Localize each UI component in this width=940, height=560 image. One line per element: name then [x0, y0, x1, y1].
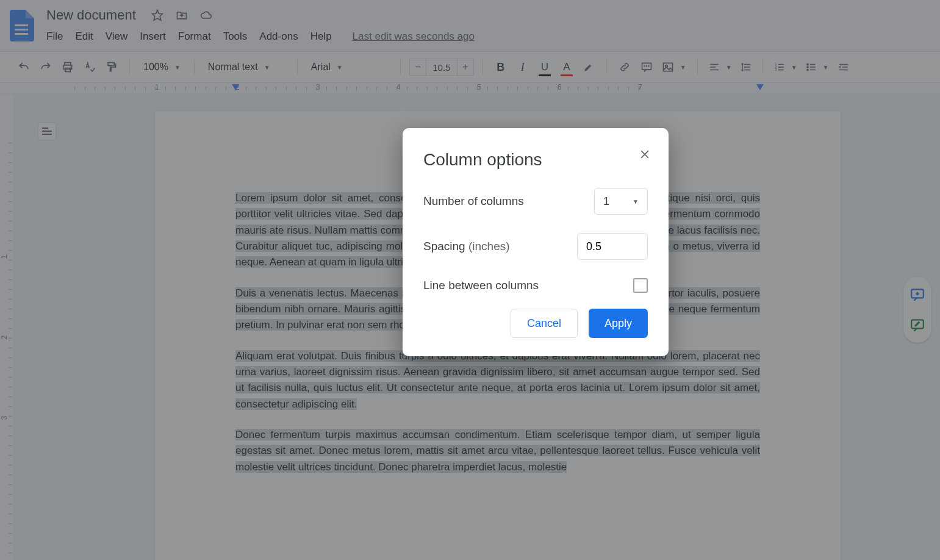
line-between-checkbox[interactable]: [633, 278, 648, 293]
spacing-input[interactable]: [577, 233, 648, 260]
num-columns-select[interactable]: 1 ▼: [594, 188, 648, 215]
close-icon[interactable]: [636, 145, 654, 163]
spacing-label: Spacing (inches): [423, 240, 510, 253]
column-options-dialog: Column options Number of columns 1 ▼ Spa…: [403, 128, 669, 356]
apply-button[interactable]: Apply: [589, 309, 648, 338]
line-between-label: Line between columns: [423, 279, 539, 292]
num-columns-label: Number of columns: [423, 195, 524, 208]
dialog-title: Column options: [423, 150, 648, 170]
cancel-button[interactable]: Cancel: [511, 309, 578, 338]
